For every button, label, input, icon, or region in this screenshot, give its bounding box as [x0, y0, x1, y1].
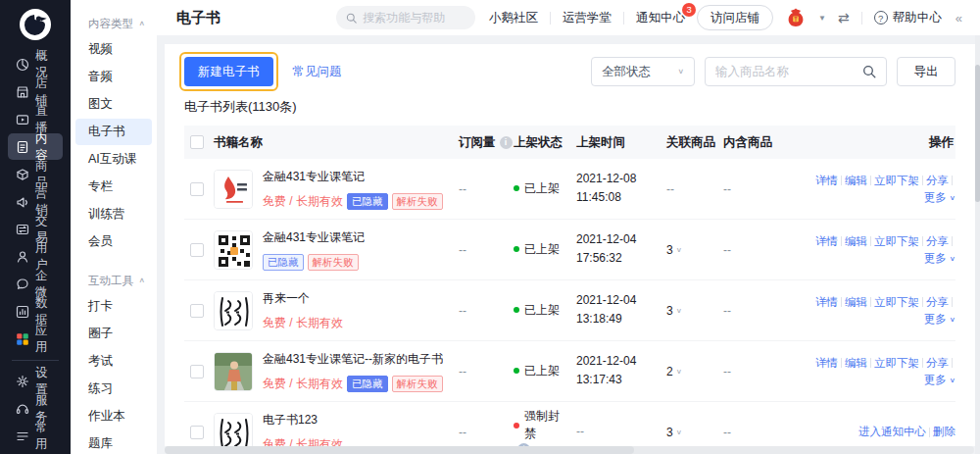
- row-checkbox[interactable]: [190, 304, 204, 318]
- sidebar-item-check-in[interactable]: 打卡: [75, 293, 152, 320]
- row-checkbox[interactable]: [190, 365, 204, 378]
- action-edit[interactable]: 编辑: [845, 295, 867, 310]
- sidebar-item-ebook[interactable]: 电子书: [75, 119, 152, 145]
- action-take-down[interactable]: 立即下架: [874, 234, 919, 249]
- sidebar-item-practice[interactable]: 练习: [75, 376, 152, 402]
- sidebar-item-column[interactable]: 专栏: [75, 174, 152, 200]
- switch-account-icon[interactable]: ⇄: [838, 10, 850, 25]
- rail-item-frequent[interactable]: 常用: [8, 423, 63, 449]
- action-notification-center[interactable]: 进入通知中心: [858, 425, 926, 439]
- related-products-cell[interactable]: 3∨: [666, 243, 723, 257]
- rail-item-trade[interactable]: 交易: [8, 216, 63, 242]
- sidebar-item-article[interactable]: 图文: [75, 91, 152, 118]
- chevron-down-icon[interactable]: ▼: [818, 14, 826, 23]
- brand-logo[interactable]: [19, 8, 52, 41]
- collapse-panel-icon[interactable]: «: [956, 11, 962, 25]
- action-more[interactable]: 更多∨: [924, 251, 956, 266]
- rail-item-overview[interactable]: 概况: [8, 51, 63, 77]
- rail-item-goods[interactable]: 商品: [8, 161, 63, 187]
- select-all-checkbox[interactable]: [190, 135, 204, 149]
- action-more[interactable]: 更多∨: [924, 312, 956, 327]
- book-cover-thumbnail[interactable]: [214, 170, 253, 209]
- action-edit[interactable]: 编辑: [845, 174, 867, 188]
- table-row: 电子书123免费 / 长期有效--强制封禁i--3∨--进入通知中心删除: [184, 402, 956, 446]
- sidebar-item-question-bank[interactable]: 题库: [75, 430, 152, 454]
- action-detail[interactable]: 详情: [815, 356, 838, 371]
- related-products-cell[interactable]: 3∨: [666, 304, 723, 318]
- action-detail[interactable]: 详情: [815, 295, 838, 310]
- service-icon: [15, 401, 30, 417]
- book-title[interactable]: 金融431专业课笔记--新家的电子书: [263, 351, 443, 368]
- sidebar-item-video[interactable]: 视频: [75, 36, 152, 63]
- rail-item-content[interactable]: 内容: [8, 133, 63, 160]
- export-button[interactable]: 导出: [897, 57, 956, 86]
- action-edit[interactable]: 编辑: [845, 234, 867, 249]
- action-delete[interactable]: 删除: [933, 425, 956, 439]
- book-title[interactable]: 再来一个: [263, 290, 343, 307]
- rail-item-shop[interactable]: 店铺: [8, 78, 63, 105]
- actions-cell: 详情编辑立即下架分享更多∨: [784, 295, 956, 327]
- status-filter-select[interactable]: 全部状态 ∨: [591, 57, 695, 86]
- sidebar-item-workbook[interactable]: 作业本: [75, 403, 152, 429]
- rail-item-marketing[interactable]: 营销: [8, 188, 63, 215]
- action-share[interactable]: 分享: [926, 295, 949, 310]
- action-detail[interactable]: 详情: [815, 174, 838, 188]
- rail-item-apps[interactable]: 应用: [8, 326, 63, 352]
- header-link-academy[interactable]: 运营学堂: [563, 10, 612, 26]
- header-link-community[interactable]: 小鹅社区: [489, 10, 538, 26]
- action-more[interactable]: 更多∨: [924, 373, 956, 387]
- book-cover-thumbnail[interactable]: [214, 230, 253, 270]
- search-icon[interactable]: [862, 65, 876, 78]
- action-edit[interactable]: 编辑: [845, 356, 867, 371]
- sidebar-item-ai-course[interactable]: AI互动课: [75, 146, 152, 173]
- action-share[interactable]: 分享: [926, 174, 949, 188]
- book-title[interactable]: 金融431专业课笔记: [263, 169, 443, 185]
- visit-shop-button[interactable]: 访问店铺: [697, 5, 773, 30]
- action-take-down[interactable]: 立即下架: [874, 295, 919, 310]
- shelf-time-cell: 2021-12-0811:45:08: [576, 173, 666, 205]
- rail-item-wecom[interactable]: 企微: [8, 271, 63, 297]
- sidebar-item-camp[interactable]: 训练营: [75, 201, 152, 227]
- action-more[interactable]: 更多∨: [924, 190, 956, 205]
- sidebar-section-title[interactable]: 互动工具∧: [71, 269, 157, 292]
- help-center-link[interactable]: ? 帮助中心: [874, 10, 942, 26]
- action-detail[interactable]: 详情: [815, 234, 838, 249]
- rail-item-live[interactable]: 直播: [8, 106, 63, 132]
- action-share[interactable]: 分享: [926, 234, 949, 249]
- header-link-notifications[interactable]: 通知中心3: [636, 10, 685, 26]
- sidebar-item-circle[interactable]: 圈子: [75, 321, 152, 347]
- related-products-cell[interactable]: 2∨: [666, 365, 723, 378]
- sidebar-section-title[interactable]: 内容类型∧: [71, 12, 157, 35]
- faq-link[interactable]: 常见问题: [293, 64, 342, 80]
- rail-item-service[interactable]: 服务: [8, 395, 63, 422]
- global-search[interactable]: [336, 6, 475, 29]
- book-cover-thumbnail[interactable]: [214, 413, 253, 447]
- rail-item-users[interactable]: 用户: [8, 243, 63, 270]
- book-cover-thumbnail[interactable]: [214, 291, 253, 330]
- row-checkbox[interactable]: [190, 243, 204, 257]
- related-products-cell[interactable]: 3∨: [666, 426, 723, 439]
- row-checkbox[interactable]: [190, 182, 204, 196]
- tag-solid-blue: 已隐藏: [347, 376, 388, 392]
- product-search-input[interactable]: [715, 65, 857, 78]
- new-ebook-button[interactable]: 新建电子书: [184, 57, 273, 86]
- sidebar-item-member[interactable]: 会员: [75, 228, 152, 255]
- book-cover-thumbnail[interactable]: [214, 352, 253, 391]
- sidebar-item-exam[interactable]: 考试: [75, 348, 152, 375]
- action-take-down[interactable]: 立即下架: [874, 174, 919, 188]
- row-checkbox[interactable]: [190, 426, 204, 439]
- avatar[interactable]: [785, 7, 807, 28]
- rail-item-data[interactable]: 数据: [8, 298, 63, 325]
- section-label: 互动工具: [88, 274, 133, 288]
- action-share[interactable]: 分享: [926, 356, 949, 371]
- vertical-scrollbar[interactable]: [975, 35, 980, 454]
- book-title[interactable]: 金融431专业课笔记: [263, 229, 365, 246]
- sidebar-item-audio[interactable]: 音频: [75, 64, 152, 90]
- rail-item-settings[interactable]: 设置: [8, 368, 63, 394]
- global-search-input[interactable]: [363, 11, 466, 25]
- info-icon[interactable]: i: [500, 136, 513, 149]
- horizontal-scrollbar[interactable]: [165, 446, 974, 454]
- divider: [870, 358, 871, 368]
- action-take-down[interactable]: 立即下架: [874, 356, 919, 371]
- book-title[interactable]: 电子书123: [263, 412, 343, 429]
